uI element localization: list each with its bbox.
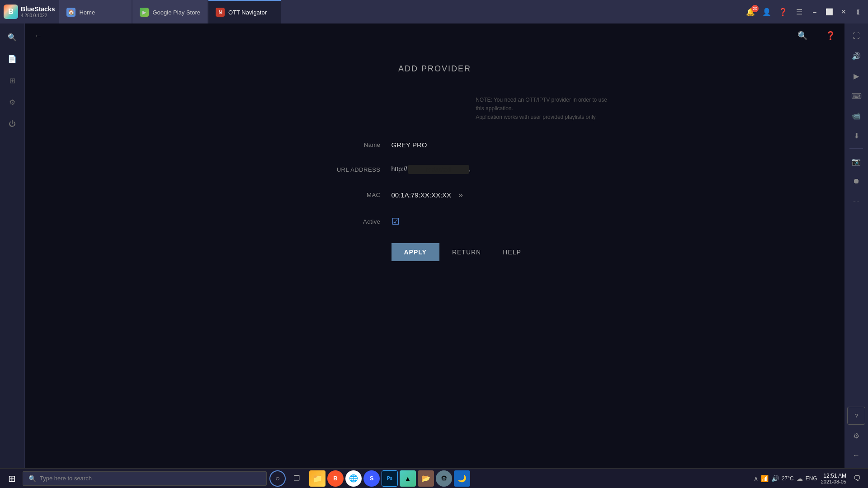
add-provider-title: ADD PROVIDER: [398, 64, 471, 74]
cortana-button[interactable]: ○: [269, 470, 286, 487]
help-button[interactable]: HELP: [494, 243, 530, 261]
url-value[interactable]: http://redacted,: [392, 165, 548, 174]
systray-language[interactable]: ENG: [806, 475, 817, 482]
back-arrow-icon[interactable]: ←: [847, 446, 865, 465]
camera-video-icon[interactable]: 📹: [847, 107, 865, 125]
brand-name: BlueStacks: [21, 5, 55, 13]
volume-icon[interactable]: 🔊: [847, 47, 865, 65]
taskbar-weather-app[interactable]: 🌙: [454, 470, 470, 487]
taskbar-chrome-browser[interactable]: 🌐: [345, 470, 362, 487]
url-label: URL ADDRESS: [322, 166, 381, 173]
active-label: Active: [322, 218, 381, 225]
brand-version: 4.280.0.1022: [21, 13, 55, 18]
sidebar-search-icon[interactable]: 🔍: [4, 29, 20, 45]
note-line1: NOTE: You need an OTT/IPTV provider in o…: [476, 96, 611, 113]
home-tab-label: Home: [79, 9, 95, 16]
app-back-icon[interactable]: ←: [34, 31, 42, 41]
screenshot-icon[interactable]: 📷: [847, 152, 865, 170]
title-controls: 🔔 20 👤 ❓ ☰: [745, 8, 805, 16]
return-button[interactable]: RETURN: [443, 243, 490, 261]
app-search-icon[interactable]: 🔍: [797, 31, 807, 41]
cursor-icon[interactable]: ▶: [847, 67, 865, 85]
notification-center-button[interactable]: 🗨: [850, 471, 864, 486]
taskbar-settings-app[interactable]: ⚙: [436, 470, 452, 487]
fullscreen-icon[interactable]: ⛶: [847, 27, 865, 45]
taskbar-apps: 📁 B 🌐 S Ps ▲ 📂 ⚙ 🌙: [309, 470, 470, 487]
taskbar-simplenote[interactable]: S: [363, 470, 380, 487]
collapse-button[interactable]: ⟪: [852, 5, 864, 18]
mac-value: 00:1A:79:XX:XX:XX »: [392, 190, 548, 200]
taskbar-right: ∧ 📶 🔊 27°C ☁ ENG 12:51 AM 2021-08-05 🗨: [754, 471, 864, 486]
record-icon[interactable]: ⏺: [847, 172, 865, 190]
taskbar-brave-browser[interactable]: B: [327, 470, 344, 487]
tab-google-play-store[interactable]: ▶ Google Play Store: [132, 0, 208, 23]
systray: ∧ 📶 🔊 27°C ☁ ENG: [754, 475, 817, 482]
name-value[interactable]: GREY PRO: [392, 141, 548, 149]
play-store-tab-label: Google Play Store: [152, 9, 200, 16]
close-button[interactable]: ✕: [837, 5, 850, 18]
taskbar-search[interactable]: 🔍 Type here to search: [23, 471, 267, 486]
task-view-button[interactable]: ❐: [288, 470, 305, 487]
taskbar-bluestacks-tray[interactable]: ▲: [400, 470, 416, 487]
note-line2: Application works with user provided pla…: [476, 113, 611, 122]
home-tab-icon: 🏠: [66, 8, 75, 17]
taskbar-file-explorer[interactable]: 📁: [309, 470, 326, 487]
sidebar-separator: [849, 148, 863, 149]
url-redacted: redacted: [408, 165, 469, 174]
start-button[interactable]: ⊞: [4, 470, 20, 487]
main-container: 🔍 📄 ⊞ ⚙ ⏻ ← 🔍 ❓ ADD PROVIDER NOTE: You n…: [0, 23, 868, 468]
taskbar-folder[interactable]: 📂: [418, 470, 434, 487]
app-note: NOTE: You need an OTT/IPTV provider in o…: [476, 96, 611, 122]
tabs-area: 🏠 Home ▶ Google Play Store N OTT Navigat…: [59, 0, 741, 23]
bluestacks-logo: B: [4, 5, 18, 19]
tab-ott-navigator[interactable]: N OTT Navigator: [208, 0, 281, 23]
systray-cloud: ☁: [797, 475, 803, 482]
content-area: ← 🔍 ❓ ADD PROVIDER NOTE: You need an OTT…: [25, 23, 844, 468]
apply-button[interactable]: APPLY: [392, 243, 439, 261]
app-help-icon[interactable]: ❓: [826, 31, 835, 41]
brand-info: BlueStacks 4.280.0.1022: [21, 5, 55, 18]
systray-chevron[interactable]: ∧: [754, 475, 758, 482]
checkbox-checked-icon[interactable]: ☑: [392, 216, 400, 226]
ott-tab-icon: N: [216, 8, 225, 17]
taskbar-clock[interactable]: 12:51 AM 2021-08-05: [821, 473, 846, 484]
notification-bell[interactable]: 🔔 20: [745, 8, 756, 16]
active-row: Active ☑: [322, 216, 548, 227]
mac-address[interactable]: 00:1A:79:XX:XX:XX: [392, 191, 452, 199]
play-store-tab-icon: ▶: [140, 8, 149, 17]
taskbar-photoshop[interactable]: Ps: [382, 470, 398, 487]
left-sidebar: 🔍 📄 ⊞ ⚙ ⏻: [0, 23, 25, 468]
clock-time: 12:51 AM: [821, 473, 846, 479]
mac-arrow-icon[interactable]: »: [458, 190, 463, 200]
url-row: URL ADDRESS http://redacted,: [322, 165, 548, 174]
account-icon[interactable]: 👤: [761, 8, 772, 16]
name-row: Name GREY PRO: [322, 141, 548, 149]
sidebar-power-icon[interactable]: ⏻: [4, 116, 20, 132]
title-bar: B BlueStacks 4.280.0.1022 🏠 Home ▶ Googl…: [0, 0, 868, 23]
systray-weather-temp: 27°C: [782, 475, 794, 482]
advanced-settings-icon[interactable]: ⚙: [847, 427, 865, 445]
systray-network[interactable]: 📶: [761, 475, 769, 482]
logo-area: B BlueStacks 4.280.0.1022: [4, 5, 55, 19]
sidebar-settings-icon[interactable]: ⚙: [4, 94, 20, 110]
minimize-button[interactable]: –: [808, 5, 821, 18]
button-row: APPLY RETURN HELP: [322, 243, 548, 261]
keyboard-icon[interactable]: ⌨: [847, 87, 865, 105]
menu-icon[interactable]: ☰: [794, 8, 805, 16]
right-help-icon[interactable]: ?: [847, 407, 865, 425]
more-icon[interactable]: ···: [847, 192, 865, 210]
systray-volume[interactable]: 🔊: [771, 475, 779, 482]
sidebar-grid-icon[interactable]: ⊞: [4, 72, 20, 89]
maximize-button[interactable]: ⬜: [823, 5, 835, 18]
provider-form: Name GREY PRO URL ADDRESS http://redacte…: [322, 141, 548, 277]
taskbar: ⊞ 🔍 Type here to search ○ ❐ 📁 B 🌐 S Ps ▲…: [0, 468, 868, 488]
name-label: Name: [322, 141, 381, 148]
clock-date: 2021-08-05: [821, 479, 846, 484]
active-checkbox[interactable]: ☑: [392, 216, 548, 227]
download-apk-icon[interactable]: ⬇: [847, 127, 865, 145]
tab-home[interactable]: 🏠 Home: [59, 0, 132, 23]
help-icon[interactable]: ❓: [778, 8, 788, 16]
sidebar-layers-icon[interactable]: 📄: [4, 51, 20, 67]
mac-label: MAC: [322, 192, 381, 198]
taskbar-search-placeholder: Type here to search: [40, 475, 92, 482]
